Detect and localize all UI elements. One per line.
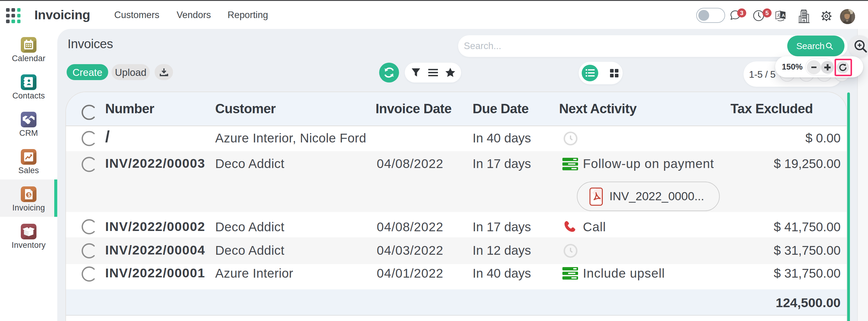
svg-text:A: A xyxy=(781,13,785,18)
svg-text:$: $ xyxy=(28,192,31,198)
svg-text:え: え xyxy=(777,12,781,18)
